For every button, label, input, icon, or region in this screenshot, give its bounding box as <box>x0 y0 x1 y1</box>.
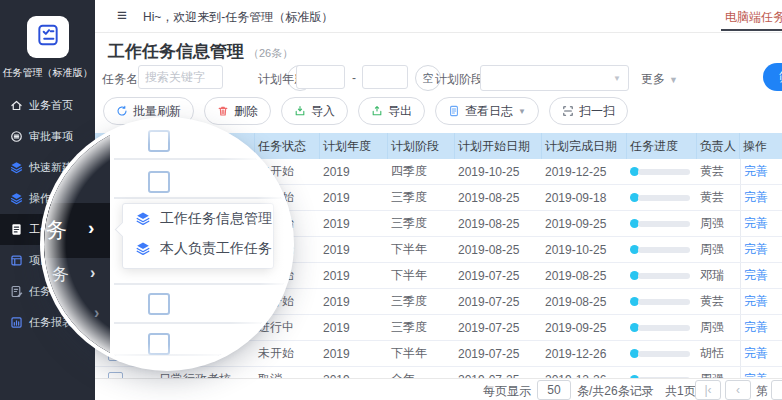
record-count: （26条） <box>248 46 293 61</box>
cube-icon <box>10 192 23 205</box>
col-year: 计划年度 <box>320 133 388 159</box>
submenu-items: 工作任务信息管理本人负责工作任务 <box>123 204 273 264</box>
导出-button[interactable]: 导出 <box>358 97 425 125</box>
row-action-link[interactable]: 完善 <box>744 293 768 310</box>
cell-stage: 下半年 <box>388 263 455 288</box>
prev-page-button[interactable]: ‹ <box>725 380 751 400</box>
cell-start-date: 2019-07-25 <box>455 341 542 366</box>
cell-status: 进行中 <box>255 315 320 340</box>
more-filters-button[interactable]: 更多▼ <box>641 71 678 88</box>
cell-owner: 黄芸 <box>697 185 740 210</box>
export-icon <box>371 105 383 117</box>
magnified-label-fragment: 务 <box>46 216 67 244</box>
row-action-link[interactable]: 完善 <box>744 189 768 206</box>
导入-button[interactable]: 导入 <box>281 97 348 125</box>
cell-year: 2019 <box>320 237 388 262</box>
cell-end-date: 2019-09-18 <box>542 185 627 210</box>
pagination-bar: 每页显示 50 条/共26条记录 共1页 |‹ ‹ 第 1 页 › <box>95 378 782 400</box>
plan-year-from-input[interactable] <box>296 65 345 89</box>
plan-year-to-input[interactable] <box>362 65 408 89</box>
task-name-input[interactable] <box>138 65 223 89</box>
查看日志-button[interactable]: 查看日志 ▼ <box>435 97 539 125</box>
scan-icon <box>562 105 574 117</box>
doc-icon <box>10 223 23 236</box>
topbar: ≡ Hi~，欢迎来到-任务管理（标准版） 电脑端任务管理 <box>95 0 782 33</box>
magnified-checkbox <box>148 171 170 193</box>
current-page-input[interactable]: 1 <box>771 380 782 400</box>
submenu-item-工作任务信息管理[interactable]: 工作任务信息管理 <box>123 204 273 234</box>
cell-start-date: 2019-08-25 <box>455 185 542 210</box>
row-action-link[interactable]: 完善 <box>744 345 768 362</box>
filter-button[interactable]: 筛选 <box>763 63 782 91</box>
hamburger-menu-icon[interactable]: ≡ <box>117 6 127 26</box>
cell-owner: 胡恬 <box>697 341 740 366</box>
magnified-chevron-icon: › <box>94 304 99 322</box>
cell-stage: 下半年 <box>388 237 455 262</box>
cell-progress <box>627 211 697 236</box>
approve-icon <box>10 130 23 143</box>
magnified-row-line <box>114 197 290 199</box>
col-status: 任务状态 <box>255 133 320 159</box>
layers-icon <box>135 211 151 227</box>
cell-progress <box>627 185 697 210</box>
cell-progress <box>627 289 697 314</box>
row-action-link[interactable]: 完善 <box>744 241 768 258</box>
magnified-checkbox <box>148 293 170 315</box>
cell-owner: 周强 <box>697 315 740 340</box>
cell-start-date: 2019-08-25 <box>455 211 542 236</box>
row-action-link[interactable]: 完善 <box>744 215 768 232</box>
cell-progress <box>627 341 697 366</box>
total-pages: 共1页 <box>665 383 696 400</box>
progress-track <box>638 325 690 331</box>
cell-start-date: 2019-07-25 <box>455 289 542 314</box>
progress-track <box>638 221 690 227</box>
task-management-app: { "sidebar": { "logo_text": "任务管理（标准版）",… <box>0 0 782 400</box>
删除-button[interactable]: 删除 <box>204 97 271 125</box>
submenu-item-本人负责工作任务[interactable]: 本人负责工作任务 <box>123 234 273 264</box>
扫一扫-button[interactable]: 扫一扫 <box>549 97 628 125</box>
per-page-input[interactable]: 50 <box>537 380 571 400</box>
cell-start-date: 2019-10-25 <box>455 159 542 184</box>
refresh-icon <box>116 105 128 117</box>
more-caret-icon: ▼ <box>669 75 678 85</box>
year-range-dash: - <box>352 71 356 85</box>
cell-year: 2019 <box>320 341 388 366</box>
home-icon <box>10 99 23 112</box>
cell-stage: 四季度 <box>388 159 455 184</box>
magnified-checkbox <box>148 130 170 152</box>
exec-icon <box>10 285 23 298</box>
magnifier-circle: 务 › 务 › › 工作任务信息管理本人负责工作任务 <box>44 121 290 367</box>
row-action-link[interactable]: 完善 <box>744 267 768 284</box>
cell-stage: 三季度 <box>388 211 455 236</box>
first-page-button[interactable]: |‹ <box>695 380 721 400</box>
app-logo <box>27 16 69 58</box>
toolbar: 批量刷新 删除 导入 导出 查看日志 ▼ 扫一扫 <box>103 97 628 125</box>
progress-track <box>638 273 690 279</box>
cell-progress <box>627 159 697 184</box>
row-action-link[interactable]: 完善 <box>744 163 768 180</box>
cell-stage: 下半年 <box>388 341 455 366</box>
cell-year: 2019 <box>320 159 388 184</box>
tab-pc-task-management[interactable]: 电脑端任务管理 <box>725 9 782 26</box>
welcome-text: Hi~，欢迎来到-任务管理（标准版） <box>143 9 333 26</box>
progress-track <box>638 195 690 201</box>
cell-owner: 黄芸 <box>697 159 740 184</box>
cell-stage: 三季度 <box>388 185 455 210</box>
checklist-logo-icon <box>35 22 61 52</box>
cell-start-date: 2019-07-25 <box>455 315 542 340</box>
row-action-link[interactable]: 完善 <box>744 319 768 336</box>
cell-year: 2019 <box>320 315 388 340</box>
progress-track <box>638 169 690 175</box>
col-stage: 计划阶段 <box>388 133 455 159</box>
col-progress: 任务进度 <box>627 133 697 159</box>
cell-end-date: 2019-08-25 <box>542 263 627 288</box>
sidebar-item-审批事项[interactable]: 审批事项 <box>0 121 95 152</box>
import-icon <box>294 105 306 117</box>
magnified-label-fragment: 务 <box>52 263 69 286</box>
sidebar-item-业务首页[interactable]: 业务首页 <box>0 90 95 121</box>
tab-active-underline <box>721 29 782 31</box>
cell-stage: 三季度 <box>388 289 455 314</box>
plan-stage-select[interactable]: ▼ <box>480 65 629 91</box>
select-caret-icon: ▼ <box>613 74 621 83</box>
cell-end-date: 2019-10-25 <box>542 237 627 262</box>
